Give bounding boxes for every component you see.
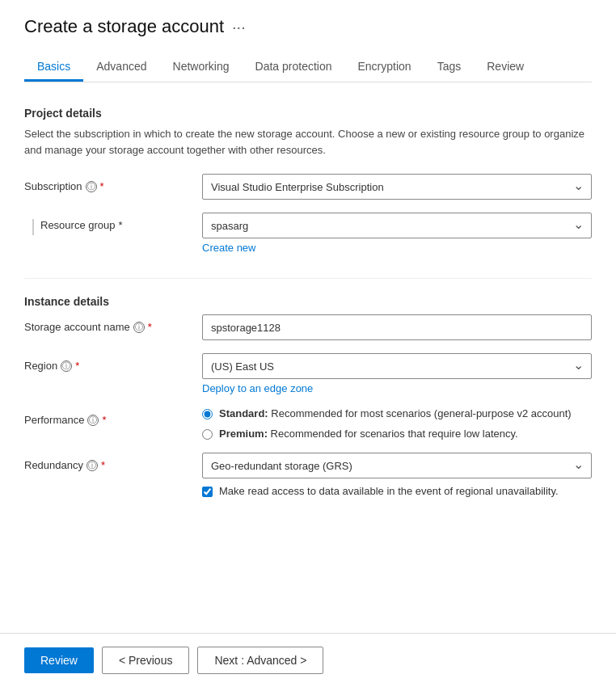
performance-control: Standard: Recommended for most scenarios… bbox=[202, 407, 592, 440]
page-title-dots[interactable]: ··· bbox=[232, 18, 246, 36]
read-access-label: Make read access to data available in th… bbox=[219, 485, 559, 497]
page-title: Create a storage account bbox=[24, 16, 224, 37]
redundancy-required: * bbox=[101, 459, 105, 471]
performance-label: Performance bbox=[24, 414, 84, 426]
tab-data-protection[interactable]: Data protection bbox=[243, 53, 345, 82]
indent-line bbox=[32, 219, 34, 235]
redundancy-select[interactable]: Geo-redundant storage (GRS) bbox=[202, 453, 592, 478]
performance-required: * bbox=[102, 414, 106, 426]
deploy-edge-zone-link[interactable]: Deploy to an edge zone bbox=[202, 382, 592, 394]
read-access-checkbox[interactable] bbox=[202, 487, 213, 497]
performance-radio-group: Standard: Recommended for most scenarios… bbox=[202, 407, 592, 440]
resource-group-control: spasarg Create new bbox=[202, 213, 592, 254]
redundancy-label: Redundancy bbox=[24, 459, 83, 471]
read-access-checkbox-row[interactable]: Make read access to data available in th… bbox=[202, 485, 592, 497]
project-details-desc: Select the subscription in which to crea… bbox=[24, 126, 592, 158]
tab-review[interactable]: Review bbox=[474, 53, 537, 82]
storage-name-control bbox=[202, 314, 592, 340]
next-button[interactable]: Next : Advanced > bbox=[197, 647, 323, 674]
tab-basics[interactable]: Basics bbox=[24, 53, 83, 82]
performance-standard-label: Standard: Recommended for most scenarios… bbox=[219, 407, 572, 419]
create-new-link[interactable]: Create new bbox=[202, 242, 592, 254]
region-select[interactable]: (US) East US bbox=[202, 353, 592, 379]
resource-group-required: * bbox=[119, 219, 123, 231]
section-divider bbox=[24, 278, 592, 279]
region-required: * bbox=[75, 360, 79, 372]
redundancy-control: Geo-redundant storage (GRS) Make read ac… bbox=[202, 453, 592, 497]
tab-tags[interactable]: Tags bbox=[424, 53, 475, 82]
project-details-title: Project details bbox=[24, 107, 592, 120]
project-details-section: Project details Select the subscription … bbox=[24, 107, 592, 254]
region-info-icon[interactable]: ⓘ bbox=[61, 360, 72, 372]
subscription-select[interactable]: Visual Studio Enterprise Subscription bbox=[202, 174, 592, 200]
tab-bar: Basics Advanced Networking Data protecti… bbox=[24, 53, 592, 82]
redundancy-info-icon[interactable]: ⓘ bbox=[86, 460, 98, 471]
storage-name-info-icon[interactable]: ⓘ bbox=[133, 322, 145, 333]
region-control: (US) East US Deploy to an edge zone bbox=[202, 353, 592, 394]
tab-encryption[interactable]: Encryption bbox=[345, 53, 424, 82]
subscription-required: * bbox=[100, 180, 104, 192]
tab-networking[interactable]: Networking bbox=[160, 53, 243, 82]
performance-standard-radio[interactable] bbox=[202, 409, 213, 419]
performance-premium-radio[interactable] bbox=[202, 429, 213, 440]
subscription-info-icon[interactable]: ⓘ bbox=[86, 181, 97, 192]
review-button[interactable]: Review bbox=[24, 647, 94, 673]
storage-name-row: Storage account name ⓘ * bbox=[24, 314, 592, 340]
region-row: Region ⓘ * (US) East US Deploy to an edg… bbox=[24, 353, 592, 394]
performance-standard-option[interactable]: Standard: Recommended for most scenarios… bbox=[202, 407, 592, 419]
subscription-label: Subscription bbox=[24, 180, 82, 192]
region-label: Region bbox=[24, 360, 57, 372]
resource-group-select[interactable]: spasarg bbox=[202, 213, 592, 238]
storage-name-required: * bbox=[148, 321, 152, 333]
performance-info-icon[interactable]: ⓘ bbox=[87, 415, 99, 426]
performance-premium-label: Premium: Recommended for scenarios that … bbox=[219, 428, 518, 440]
resource-group-row: Resource group * spasarg Create new bbox=[24, 213, 592, 254]
performance-row: Performance ⓘ * Standard: Recommended fo… bbox=[24, 407, 592, 440]
instance-details-title: Instance details bbox=[24, 295, 592, 308]
instance-details-section: Instance details Storage account name ⓘ … bbox=[24, 295, 592, 497]
storage-name-input[interactable] bbox=[202, 314, 592, 340]
storage-name-label: Storage account name bbox=[24, 321, 130, 333]
resource-group-label: Resource group bbox=[40, 219, 116, 231]
tab-advanced[interactable]: Advanced bbox=[83, 53, 159, 82]
previous-button[interactable]: < Previous bbox=[102, 647, 190, 674]
subscription-row: Subscription ⓘ * Visual Studio Enterpris… bbox=[24, 174, 592, 200]
subscription-control: Visual Studio Enterprise Subscription bbox=[202, 174, 592, 200]
redundancy-row: Redundancy ⓘ * Geo-redundant storage (GR… bbox=[24, 453, 592, 497]
performance-premium-option[interactable]: Premium: Recommended for scenarios that … bbox=[202, 428, 592, 440]
footer: Review < Previous Next : Advanced > bbox=[0, 633, 616, 687]
